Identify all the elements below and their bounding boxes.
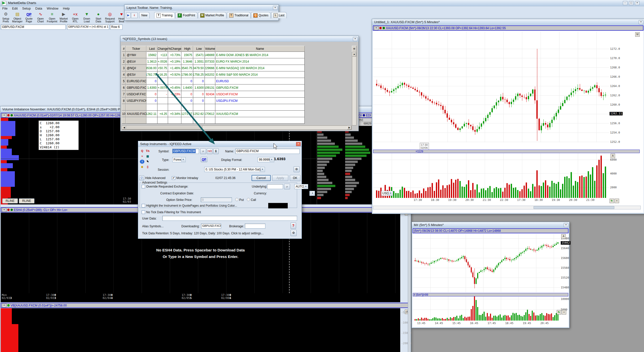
search-icon[interactable]: ⌕ [200,148,206,154]
column-header-[interactable]: # [122,46,126,52]
table-row[interactable]: 8USDJPY.FXCM000USDJPU.FXCM [122,98,305,104]
info-icon[interactable]: i [140,160,144,164]
volume-chart[interactable] [413,296,560,321]
layout-toolbar-titlebar[interactable]: Layout Toolbar. Name: Training. [125,5,278,11]
table-cell[interactable] [126,104,146,111]
volume-chart[interactable] [373,153,609,198]
retention-gear-icon[interactable]: ⚙ [291,230,297,236]
untitled1-close-icon[interactable]: ✕ [639,20,643,24]
quote-icon[interactable]: Q [140,149,144,153]
tab-quotes[interactable]: QQuotes [251,12,271,18]
volume-breakdown-pane[interactable] [1,308,400,352]
iqfeed-symbols-close-icon[interactable]: ✕ [353,37,357,41]
table-row[interactable] [122,104,305,111]
toolbar-button-request-support[interactable]: ◎RequestSupport [104,11,115,23]
auto-scale-button[interactable]: A [611,154,615,158]
table-row[interactable]: 10XAUUSD.FXCM1262.11+4.25+0.34%1271.8712… [122,111,305,117]
table-cell[interactable]: @EU# [126,58,146,65]
column-header-change[interactable]: %Change [168,46,181,52]
highlight-color-swatch[interactable] [268,203,288,208]
table-cell[interactable]: 2 [122,58,126,65]
monitor-icon[interactable]: ▦ [145,154,150,158]
type-dropdown[interactable]: Forex▼ [172,157,186,162]
user-data-field[interactable] [162,216,297,221]
import-layout-icon[interactable]: ⇓ [131,13,138,18]
toolbar-button-setup-prefs[interactable]: ⚙SetupPrefs [0,11,11,23]
toolbar-button-open-rtl[interactable]: +xOpenRTL [70,11,81,23]
info-circle-icon[interactable]: ℹ [213,148,219,154]
table-cell[interactable] [122,104,126,111]
symbol-input[interactable]: GBPUSD.FXCM [1,24,66,30]
toolbar-button-quote-page[interactable]: QPQuotePage [23,11,34,23]
menu-help[interactable]: Help [61,6,72,11]
toolbar-button-market-profile[interactable]: ▶MarketProfile [58,11,69,23]
table-row[interactable]: 7USDCHF.FXCM0--0.23%0092434USDCHF.FXCM [122,91,305,98]
underlying-field[interactable] [267,184,283,189]
tab-footprint[interactable]: FFootPrint [175,12,197,18]
table-cell[interactable]: 6 [122,84,126,91]
apply-button[interactable]: Apply [272,175,288,181]
name-field[interactable]: GBPUSD.FXCM [235,149,300,154]
table-cell[interactable] [126,117,146,124]
table-row[interactable] [122,117,305,124]
table-row[interactable]: 4@ES#1782.75+16.25+0.92%1786.001758.2554… [122,71,305,78]
table-cell[interactable]: 7 [122,91,126,98]
column-header-volume[interactable]: Volume [205,46,215,52]
table-cell[interactable]: 1 [122,52,126,58]
alias-symbols-link[interactable]: Alias Symbols... [142,225,164,228]
toolbar-button-object-manager[interactable]: ▤ObjectManager [12,11,23,23]
call-radio[interactable] [247,198,250,201]
table-row[interactable]: 5EURUSD.FXCM000EURUSD [122,78,305,84]
table-cell[interactable]: GBPUSD.FXCM [126,84,146,91]
override-exchange-dropdown[interactable]: AUTO▼ [294,184,308,189]
menu-edit[interactable]: Edit [10,6,20,11]
refresh-icon[interactable]: ↻ [610,199,614,203]
table-cell[interactable]: @YM# [126,52,146,58]
table-cell[interactable]: USDCHF.FXCM [126,91,146,98]
toolbar-button-open-footprint[interactable]: ≡OpenFootprint [47,11,58,23]
ok-button[interactable]: OK [290,175,300,181]
edit-icon[interactable]: ✎ [145,160,150,164]
currency-dropdown[interactable]: USD▼ [381,191,393,196]
table-cell[interactable]: 8 [122,98,126,104]
underlying-search-icon[interactable]: ⌕ [284,184,290,189]
table-row[interactable]: 2@EU#1.3613+.0026+0.19%1.36461.355120733… [122,58,305,65]
rline-button[interactable]: RLINE [19,198,34,203]
delete-icon[interactable]: ▯ [145,165,150,169]
maximize-button[interactable]: ▢ [629,1,633,5]
table-cell[interactable]: 4 [122,71,126,78]
table-row[interactable]: 1@YM#15662+113+0.73%1567515471146669E-MI… [122,52,305,58]
column-header-last[interactable]: Last [146,46,157,52]
xyz-add-icon[interactable]: +x⁄z [207,148,213,154]
dialog-close-icon[interactable]: ✕ [296,142,301,146]
session-dropdown[interactable]: 0. US Stocks (5:30 PM - 12 AM Mon-Sat)▼ [204,167,265,172]
put-radio[interactable] [235,198,238,201]
tick-size-icon[interactable]: T⁄s [145,149,150,153]
override-exchange-checkbox[interactable] [142,185,145,188]
zoom-in-button[interactable]: + [615,199,619,203]
chart-icon[interactable]: ≈ [140,154,144,158]
close-pane-icon[interactable]: ✕ [374,26,378,30]
table-cell[interactable]: @NQ# [126,65,146,71]
no-tick-filtering-checkbox[interactable] [142,210,145,214]
table-row[interactable]: 3@NQ#3538.00+50.75+1.46%3540.753479.5022… [122,65,305,71]
table-cell[interactable]: 5 [122,78,126,84]
play-icon[interactable]: ▶ [126,13,131,18]
menu-file[interactable]: File [0,6,10,11]
untitled1-titlebar[interactable]: Untitled_1: XAUUSD.FXCM (5m*) 5 Minutes* [372,19,644,25]
horizontal-scrollbar[interactable] [373,206,641,209]
table-cell[interactable]: EURUSD.FXCM [126,78,146,84]
monitor-intraday-checkbox[interactable]: ✔ [172,176,175,180]
tick-retention-link[interactable]: Tick Data Retention: 5 Days, Intraday: 1… [142,232,264,235]
table-cell[interactable]: 10 [122,111,126,117]
tab-training[interactable]: TTraining [154,12,175,18]
menu-setup[interactable]: Setup [20,6,33,11]
minimize-button[interactable]: ─ [623,1,627,5]
refresh-icon[interactable]: ↻ [557,310,561,315]
tab-new[interactable]: New [139,12,150,18]
close-button[interactable]: ✕ [635,1,639,5]
table-cell[interactable]: XAUUSD.FXCM [126,111,146,117]
menu-window[interactable]: Window [45,6,61,11]
cancel-button[interactable]: Cancel [252,175,271,181]
display-format-dropdown[interactable]: 99.9999▼ [258,157,274,162]
